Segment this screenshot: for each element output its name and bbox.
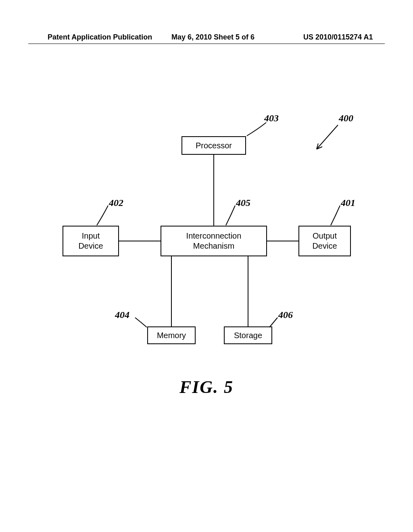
ref-402: 402 — [109, 197, 123, 208]
box-processor: Processor — [181, 136, 246, 155]
box-output-device: Output Device — [298, 226, 351, 256]
conn-input-inter — [119, 241, 161, 241]
box-input-label: Input Device — [78, 231, 103, 251]
header-right: US 2010/0115274 A1 — [303, 33, 373, 42]
ref-400: 400 — [339, 113, 353, 124]
conn-processor-inter — [213, 155, 214, 226]
box-output-label: Output Device — [312, 231, 337, 251]
box-storage: Storage — [224, 326, 272, 344]
box-interconnection: Interconnection Mechanism — [161, 226, 267, 256]
header-left: Patent Application Publication — [48, 33, 152, 42]
ref-403: 403 — [264, 113, 279, 124]
box-memory: Memory — [147, 326, 196, 344]
ref-405: 405 — [236, 197, 250, 208]
conn-inter-storage — [248, 256, 248, 326]
ref-406: 406 — [278, 310, 293, 320]
ref-401: 401 — [341, 197, 355, 208]
ref-404: 404 — [115, 310, 129, 320]
block-diagram: Processor Input Device Interconnection M… — [48, 125, 371, 379]
header-rule — [28, 44, 385, 44]
header-center: May 6, 2010 Sheet 5 of 6 — [171, 33, 254, 42]
conn-inter-memory — [171, 256, 172, 326]
figure-caption: FIG. 5 — [0, 377, 413, 397]
box-processor-label: Processor — [196, 141, 232, 151]
box-storage-label: Storage — [234, 330, 262, 341]
box-input-device: Input Device — [63, 226, 119, 256]
box-inter-label: Interconnection Mechanism — [186, 231, 242, 251]
box-memory-label: Memory — [157, 330, 186, 341]
conn-inter-output — [267, 241, 298, 241]
